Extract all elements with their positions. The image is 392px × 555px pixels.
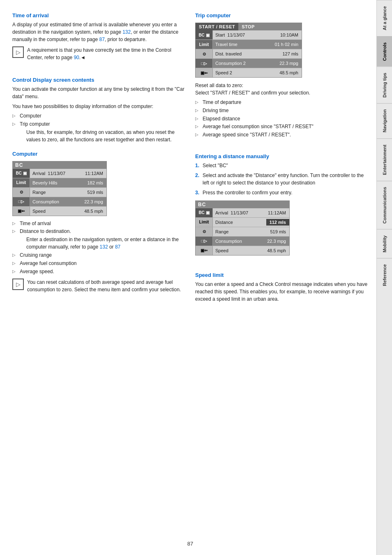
sidebar-tab-navigation[interactable]: Navigation	[377, 103, 392, 138]
entering-row-5-icon: ▣⇐	[196, 246, 213, 255]
note-icon: ▷	[12, 46, 24, 58]
computer-bullet-2: Distance to destination. Enter a destina…	[12, 228, 185, 251]
computer-bullet-1: Time of arrival	[12, 220, 185, 227]
reset-bullet-1: Time of departure	[195, 99, 368, 106]
computer-row-3: ⊙ Range 519 mls	[13, 188, 106, 197]
start-reset-btn[interactable]: START / RESET	[196, 23, 238, 30]
speed-limit-title: Speed limit	[195, 272, 368, 278]
trip-row-4: □▷ Consumption 2 22.3 mpg	[196, 59, 302, 68]
computer-row-5-value: 48.5 mph	[81, 208, 106, 214]
computer-note-text: You can reset calculations of both avera…	[27, 279, 185, 293]
computer-screen: BC BC ▣ Arrival 11/13/07 11:12AM Limit B…	[12, 161, 107, 216]
entering-step-3: 3.Press the controller to confirm your e…	[195, 189, 368, 196]
left-column: Time of arrival A display of your estima…	[12, 12, 185, 537]
entering-row-1: BC ▣ Arrival 11/13/07 11:12AM	[196, 208, 289, 218]
entering-screen: BC BC ▣ Arrival 11/13/07 11:12AM Limit D…	[195, 200, 290, 256]
computer-row-5: ▣⇐ Speed 48.5 mph	[13, 207, 106, 216]
reset-text: Reset all data to zero:Select "START / R…	[195, 82, 368, 97]
link-132[interactable]: 132	[122, 29, 131, 35]
reset-bullet-3: Elapsed distance	[195, 115, 368, 122]
trip-row-4-icon: □▷	[196, 59, 213, 68]
entering-row-4-label: Consumption	[213, 238, 264, 244]
computer-row-1-icon: BC ▣	[13, 169, 30, 178]
link-87[interactable]: 87	[99, 37, 104, 42]
bullet-computer: Computer	[12, 113, 185, 120]
trip-row-1-icon: BC ▣	[196, 30, 213, 39]
entering-row-4: □▷ Consumption 22.3 mpg	[196, 237, 289, 246]
trip-row-3-icon: ⊙	[196, 49, 213, 58]
computer-row-1: BC ▣ Arrival 11/13/07 11:12AM	[13, 169, 106, 178]
computer-note-box: ▷ You can reset calculations of both ave…	[12, 279, 185, 293]
computer-row-2: Limit Beverly Hills 182 mls	[13, 178, 106, 188]
computer-bullet-5: Average speed.	[12, 268, 185, 275]
control-display-title: Control Display screen contents	[12, 77, 185, 83]
bullet-trip-computer: Trip computer Use this, for example, for…	[12, 121, 185, 143]
computer-row-3-label: Range	[30, 189, 84, 196]
trip-row-2-label: Travel time	[213, 41, 272, 48]
entering-row-2-label: Distance	[213, 219, 266, 226]
entering-row-1-icon: BC ▣	[196, 208, 213, 217]
entering-row-5-label: Speed	[213, 247, 264, 254]
entering-steps: 1.Select "BC" 2.Select and activate the …	[195, 162, 368, 196]
entering-row-4-icon: □▷	[196, 237, 213, 246]
reset-bullets: Time of departure Driving time Elapsed d…	[195, 99, 368, 138]
reset-bullet-2: Driving time	[195, 107, 368, 114]
computer-title: Computer	[12, 151, 185, 157]
entering-row-2: Limit Distance 112 mls	[196, 218, 289, 227]
computer-row-3-icon: ⊙	[13, 188, 30, 197]
computer-bullets: Time of arrival Distance to destination.…	[12, 220, 185, 275]
reset-bullet-5: Average speed since "START / RESET".	[195, 131, 368, 138]
sidebar-tab-mobility[interactable]: Mobility	[377, 229, 392, 258]
right-column: Trip computer START / RESET STOP BC ▣ St…	[195, 12, 368, 537]
sidebar-tab-entertainment[interactable]: Entertainment	[377, 138, 392, 181]
computer-row-4-value: 22.3 mpg	[81, 198, 106, 205]
trip-row-5-value: 48.5 mph	[276, 69, 302, 76]
trip-row-1-value: 10:10AM	[277, 32, 302, 38]
entering-row-1-value: 11:12AM	[265, 210, 289, 216]
link-132b[interactable]: 132	[100, 244, 108, 250]
computer-row-5-label: Speed	[30, 208, 81, 214]
computer-row-3-value: 519 mls	[84, 189, 106, 196]
entering-row-1-label: Arrival 11/13/07	[213, 210, 265, 216]
computer-row-1-label: Arrival 11/13/07	[30, 170, 82, 177]
stop-btn[interactable]: STOP	[238, 23, 258, 30]
sidebar-tab-controls[interactable]: Controls	[377, 36, 392, 67]
entering-row-3-value: 519 mls	[267, 228, 289, 235]
trip-row-5: ▣⇐ Speed 2 48.5 mph	[196, 68, 302, 77]
trip-computer-screen: START / RESET STOP BC ▣ Start 11/13/07 1…	[195, 23, 302, 78]
sidebar-tab-at-a-glance[interactable]: At a glance	[377, 0, 392, 36]
link-87b[interactable]: 87	[115, 244, 120, 250]
sidebar-tab-reference[interactable]: Reference	[377, 258, 392, 292]
note-text: A requirement is that you have correctly…	[27, 46, 185, 61]
computer-bullet-4: Average fuel consumption	[12, 260, 185, 267]
computer-note-icon: ▷	[12, 279, 24, 290]
time-of-arrival-body: A display of your estimated time of arri…	[12, 21, 185, 43]
computer-row-4: □▷ Consumption 22.3 mpg	[13, 197, 106, 207]
entering-row-3: ⊙ Range 519 mls	[196, 227, 289, 237]
computer-bullet-3: Cruising range	[12, 252, 185, 259]
time-of-arrival-note: ▷ A requirement is that you have correct…	[12, 46, 185, 61]
entering-screen-header: BC	[196, 201, 289, 208]
sidebar-tab-driving-tips[interactable]: Driving tips	[377, 67, 392, 104]
entering-row-3-icon: ⊙	[196, 227, 213, 236]
trip-row-2-value: 01 h 02 min	[272, 41, 302, 48]
trip-row-4-value: 22.3 mpg	[276, 60, 302, 67]
trip-row-2: Limit Travel time 01 h 02 min	[196, 40, 302, 49]
trip-row-5-icon: ▣⇐	[196, 68, 213, 77]
computer-row-4-icon: □▷	[13, 197, 30, 206]
distance-sub: Enter a destination in the navigation sy…	[20, 236, 185, 251]
trip-row-4-label: Consumption 2	[213, 60, 276, 67]
trip-row-1: BC ▣ Start 11/13/07 10:10AM	[196, 30, 302, 40]
entering-row-2-icon: Limit	[196, 218, 213, 227]
link-90[interactable]: 90	[74, 55, 79, 60]
trip-screen-header: START / RESET STOP	[196, 23, 302, 30]
entering-distance-title: Entering a distance manually	[195, 153, 368, 159]
sidebar-tab-communications[interactable]: Communications	[377, 181, 392, 229]
computer-row-2-icon: Limit	[13, 178, 30, 187]
trip-row-1-label: Start 11/13/07	[213, 32, 277, 38]
page-number: 87	[12, 541, 368, 547]
computer-row-4-label: Consumption	[30, 198, 81, 205]
trip-row-2-icon: Limit	[196, 40, 213, 49]
computer-row-5-icon: ▣⇐	[13, 207, 30, 216]
trip-computer-sub: Use this, for example, for driving on va…	[20, 129, 185, 143]
